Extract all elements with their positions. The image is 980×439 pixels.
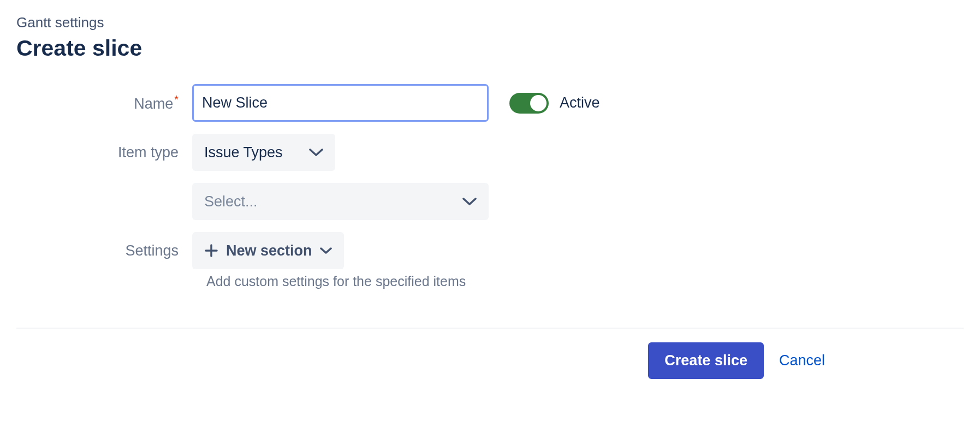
chevron-down-icon [320,247,332,254]
footer: Create slice Cancel [16,329,964,379]
page-title: Create slice [16,35,964,61]
breadcrumb: Gantt settings [16,14,964,31]
active-label: Active [560,94,600,111]
active-toggle[interactable] [509,93,549,114]
form-row-settings: Settings New section [16,232,964,269]
chevron-down-icon [462,197,477,206]
settings-label: Settings [125,242,179,259]
name-input[interactable] [192,84,489,122]
item-type-selected-value: Issue Types [204,144,283,161]
required-asterisk: * [174,93,179,105]
cancel-button[interactable]: Cancel [779,352,825,369]
new-section-label: New section [226,242,312,259]
form-row-item-sub-select: Select... [16,183,964,220]
item-sub-select[interactable]: Select... [192,183,489,220]
form-row-name: Name* Active [16,84,964,122]
form-row-item-type: Item type Issue Types [16,134,964,171]
create-slice-button[interactable]: Create slice [648,342,764,379]
toggle-knob [530,95,547,111]
chevron-down-icon [309,148,323,157]
item-sub-select-placeholder: Select... [204,193,258,210]
item-type-label: Item type [118,144,179,161]
item-type-select[interactable]: Issue Types [192,134,335,171]
new-section-button[interactable]: New section [192,232,344,269]
plus-icon [204,244,218,258]
name-label: Name [134,96,173,112]
settings-help-text: Add custom settings for the specified it… [206,274,964,289]
